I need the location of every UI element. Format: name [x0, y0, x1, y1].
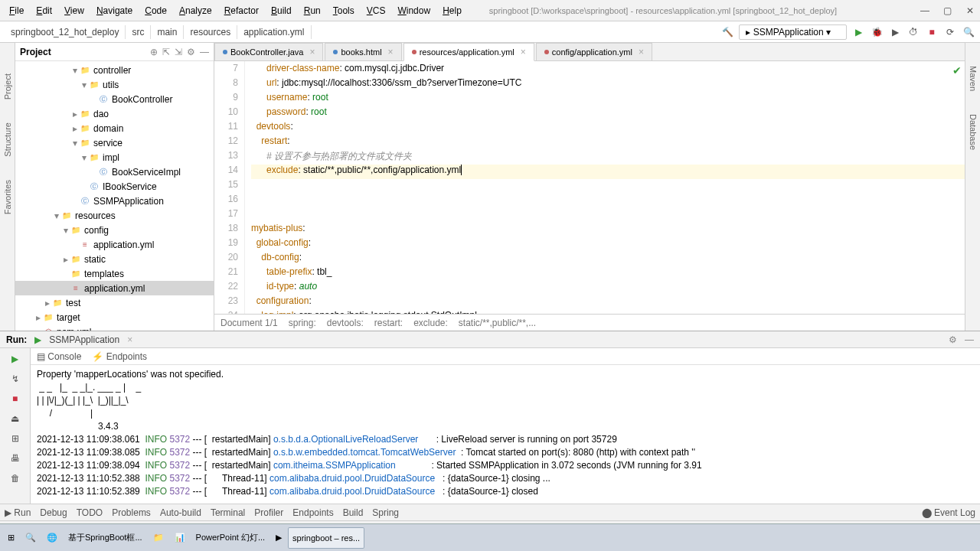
tree-node[interactable]: ⒸBookServiceImpl [15, 165, 214, 179]
tree-node[interactable]: ▸📁target [15, 310, 214, 324]
menu-window[interactable]: Window [391, 5, 436, 16]
project-tool-button[interactable]: Project [3, 73, 12, 99]
maven-tool-button[interactable]: Maven [969, 66, 978, 91]
tree-node[interactable]: ▾📁controller [15, 63, 214, 77]
attach-icon[interactable]: ↯ [8, 371, 23, 386]
bot-tab-profiler[interactable]: Profiler [254, 507, 283, 518]
tree-node[interactable]: ▾📁utils [15, 77, 214, 92]
close-tab-icon[interactable]: × [309, 47, 315, 57]
coverage-icon[interactable]: ▶ [888, 25, 902, 39]
console-output[interactable]: Property 'mapperLocations' was not speci… [31, 365, 980, 504]
collapse-icon[interactable]: ⇲ [175, 47, 182, 57]
run-tab-endpoints[interactable]: ⚡ Endpoints [92, 351, 147, 362]
tree-node[interactable]: ≡application.yml [15, 237, 214, 252]
crumb-2[interactable]: main [151, 25, 184, 39]
layout-icon[interactable]: ⊞ [8, 431, 23, 446]
bot-tab-debug[interactable]: Debug [40, 507, 67, 518]
editor-tab[interactable]: resources/application.yml× [403, 43, 534, 61]
crumb-0[interactable]: springboot_12_hot_deploy [5, 25, 126, 39]
expand-icon[interactable]: ⇱ [162, 47, 170, 57]
menu-code[interactable]: Code [139, 5, 173, 16]
update-icon[interactable]: ⟳ [943, 25, 957, 39]
menu-refactor[interactable]: Refactor [218, 5, 265, 16]
run-icon[interactable]: ▶ [851, 25, 865, 39]
bc-item[interactable]: restart: [374, 318, 403, 328]
bc-item[interactable]: exclude: [413, 318, 448, 328]
gear-icon[interactable]: ⚙ [949, 334, 957, 345]
taskbar-item[interactable]: PowerPoint 幻灯... [191, 527, 270, 549]
editor-tabs[interactable]: BookController.java×books.html×resources… [214, 43, 965, 61]
taskbar-item[interactable]: 🔍 [21, 527, 41, 549]
editor-tab[interactable]: BookController.java× [214, 43, 323, 60]
close-tab-icon[interactable]: × [127, 334, 132, 345]
menu-tools[interactable]: Tools [327, 5, 361, 16]
close-tab-icon[interactable]: × [388, 47, 394, 57]
tree-node[interactable]: 📁templates [15, 266, 214, 281]
windows-taskbar[interactable]: ⊞🔍🌐基于SpringBoot框...📁📊PowerPoint 幻灯...▶sp… [0, 523, 980, 551]
stop-icon[interactable]: ■ [8, 391, 23, 406]
left-tool-strip[interactable]: Project Structure Favorites [0, 43, 15, 331]
tree-node[interactable]: ≡application.yml [15, 281, 214, 295]
bot-tab-endpoints[interactable]: Endpoints [292, 507, 333, 518]
breadcrumbs[interactable]: springboot_12_hot_deploysrcmainresources… [5, 27, 312, 37]
bot-tab-run[interactable]: ▶ Run [5, 507, 31, 518]
menu-build[interactable]: Build [265, 5, 298, 16]
bottom-tool-tabs[interactable]: ▶ RunDebugTODOProblemsAuto-buildTerminal… [0, 504, 980, 520]
editor-breadcrumb[interactable]: Document 1/1spring:devtools:restart:excl… [214, 314, 965, 331]
tree-node[interactable]: ⬡pom.xml [15, 324, 214, 331]
locate-icon[interactable]: ⊕ [150, 47, 158, 57]
tree-node[interactable]: ▾📁config [15, 223, 214, 237]
menu-help[interactable]: Help [436, 5, 468, 16]
run-tab-console[interactable]: ▤ Console [37, 351, 81, 362]
close-icon[interactable]: ✕ [960, 5, 972, 16]
tree-node[interactable]: ▸📁dao [15, 106, 214, 121]
bc-item[interactable]: devtools: [327, 318, 364, 328]
bot-tab-spring[interactable]: Spring [372, 507, 399, 518]
database-tool-button[interactable]: Database [969, 114, 978, 150]
tree-node[interactable]: ⒸBookController [15, 92, 214, 106]
taskbar-item[interactable]: ⊞ [3, 527, 19, 549]
gear-icon[interactable]: ⚙ [187, 47, 195, 57]
bc-item[interactable]: Document 1/1 [220, 318, 278, 328]
right-tool-strip[interactable]: Maven Database [965, 43, 980, 331]
taskbar-item[interactable]: springboot – res... [288, 527, 364, 549]
taskbar-item[interactable]: 基于SpringBoot框... [64, 527, 147, 549]
rerun-icon[interactable]: ▶ [8, 351, 23, 367]
structure-tool-button[interactable]: Structure [3, 122, 12, 157]
bot-tab-terminal[interactable]: Terminal [211, 507, 245, 518]
exit-icon[interactable]: ⏏ [8, 411, 23, 426]
menu-view[interactable]: View [58, 5, 90, 16]
run-tabs[interactable]: ▤ Console⚡ Endpoints [31, 348, 980, 365]
bot-tab-build[interactable]: Build [343, 507, 364, 518]
code-area[interactable]: 789101112131415161718192021222324 driver… [214, 61, 965, 314]
close-tab-icon[interactable]: × [639, 47, 644, 57]
search-icon[interactable]: 🔍 [962, 25, 975, 39]
bot-tab-todo[interactable]: TODO [77, 507, 103, 518]
crumb-4[interactable]: application.yml [237, 25, 311, 39]
tree-node[interactable]: ▾📁impl [15, 150, 214, 165]
project-tree[interactable]: ▾📁controller ▾📁utils ⒸBookController ▸📁d… [15, 61, 214, 331]
hide-icon[interactable]: — [200, 47, 209, 57]
editor-tab[interactable]: config/application.yml× [536, 43, 652, 60]
taskbar-item[interactable]: 📁 [149, 527, 168, 549]
editor-tab[interactable]: books.html× [325, 43, 401, 60]
build-icon[interactable]: 🔨 [720, 25, 734, 39]
tree-node[interactable]: ▾📁resources [15, 208, 214, 223]
tree-node[interactable]: ▾📁service [15, 135, 214, 150]
menu-run[interactable]: Run [298, 5, 327, 16]
minimize-icon[interactable]: — [914, 5, 926, 16]
menu-edit[interactable]: Edit [30, 5, 58, 16]
bc-item[interactable]: static/**,public/**,... [459, 318, 536, 328]
tree-node[interactable]: ▸📁static [15, 252, 214, 266]
crumb-3[interactable]: resources [184, 25, 237, 39]
print-icon[interactable]: 🖶 [8, 451, 23, 466]
bc-item[interactable]: spring: [289, 318, 316, 328]
menu-file[interactable]: File [3, 5, 30, 16]
maximize-icon[interactable]: ▢ [937, 5, 949, 16]
run-config-selector[interactable]: ▸ SSMPApplication ▾ [739, 24, 847, 40]
tree-node[interactable]: ▸📁test [15, 295, 214, 310]
crumb-1[interactable]: src [126, 25, 151, 39]
debug-icon[interactable]: 🐞 [870, 25, 884, 39]
tree-node[interactable]: ⒸSSMPApplication [15, 194, 214, 208]
run-toolbar[interactable]: ▶ ↯ ■ ⏏ ⊞ 🖶 🗑 [0, 348, 31, 504]
